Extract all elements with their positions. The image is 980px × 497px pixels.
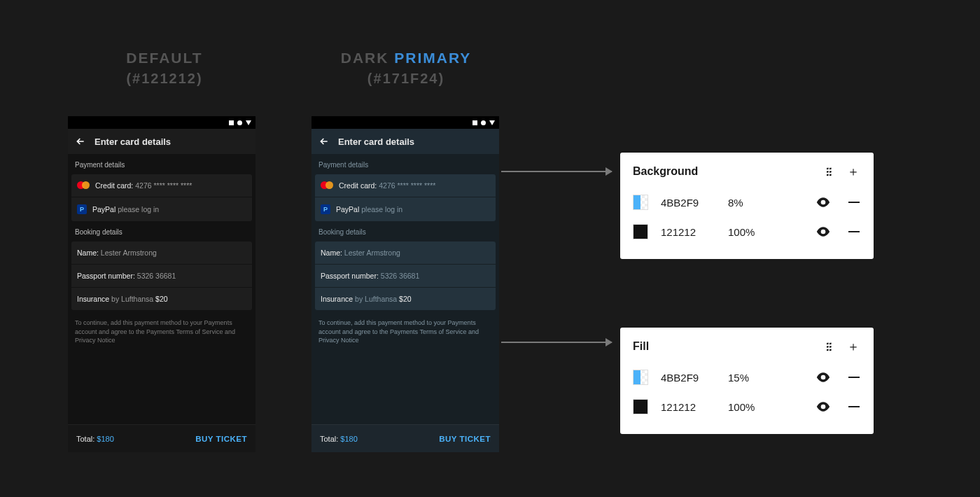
- credit-label: Credit card:: [339, 181, 377, 190]
- phone-mock-dark-primary: Enter card details Payment details Credi…: [312, 116, 499, 452]
- fill-hex[interactable]: 4BB2F9: [661, 372, 715, 384]
- payment-rows: Credit card: 4276 **** **** **** P PayPa…: [71, 174, 252, 221]
- booking-rows: Name: Lester Armstrong Passport number: …: [315, 241, 496, 310]
- arrow-to-background-panel: [501, 171, 612, 172]
- fill-row[interactable]: 121212 100%: [633, 392, 860, 421]
- name-label: Name:: [77, 248, 99, 257]
- insurance-label: Insurance: [77, 295, 109, 303]
- passport-row[interactable]: Passport number: 5326 36681: [71, 265, 252, 288]
- visibility-icon[interactable]: [816, 227, 830, 237]
- remove-fill-icon[interactable]: [848, 406, 860, 407]
- fill-opacity[interactable]: 100%: [728, 226, 763, 238]
- color-swatch[interactable]: [633, 399, 648, 414]
- fill-hex[interactable]: 121212: [661, 401, 715, 413]
- fill-hex[interactable]: 121212: [661, 226, 715, 238]
- heading-primary-word1: Dark: [341, 50, 395, 66]
- paypal-row[interactable]: P PayPal please log in: [315, 197, 496, 221]
- drag-grip-icon[interactable]: ፧፧: [826, 168, 832, 175]
- status-triangle-icon: [489, 120, 495, 125]
- total-label: Total:: [320, 435, 338, 443]
- insurance-by: by Lufthansa: [111, 295, 153, 303]
- insurance-row[interactable]: Insurance by Lufthansa $20: [315, 288, 496, 310]
- heading-primary: Dark Primary (#171F24): [312, 48, 500, 89]
- credit-masked: 4276 **** **** ****: [379, 181, 435, 190]
- payment-rows: Credit card: 4276 **** **** **** P PayPa…: [315, 174, 496, 221]
- name-row[interactable]: Name: Lester Armstrong: [71, 241, 252, 265]
- paypal-row[interactable]: P PayPal please log in: [71, 197, 252, 221]
- remove-fill-icon[interactable]: [848, 202, 860, 203]
- booking-section-title: Booking details: [312, 221, 499, 241]
- arrow-to-fill-panel: [501, 342, 612, 343]
- panel-title-fill: Fill: [633, 340, 649, 353]
- fill-opacity[interactable]: 8%: [728, 197, 763, 209]
- buy-ticket-button[interactable]: BUY TICKET: [195, 435, 247, 443]
- add-fill-icon[interactable]: ＋: [847, 340, 860, 353]
- total-value: $180: [340, 435, 357, 443]
- buy-ticket-button[interactable]: BUY TICKET: [439, 435, 491, 443]
- back-icon[interactable]: [318, 136, 330, 147]
- statusbar: [68, 116, 255, 129]
- insurance-by: by Lufthansa: [355, 295, 397, 303]
- fill-hex[interactable]: 4BB2F9: [661, 197, 715, 209]
- heading-primary-word2: Primary: [394, 50, 471, 66]
- credit-card-row[interactable]: Credit card: 4276 **** **** ****: [71, 174, 252, 197]
- fill-row[interactable]: 4BB2F9 8%: [633, 188, 860, 217]
- status-circle-icon: [237, 120, 242, 125]
- appbar: Enter card details: [68, 129, 255, 154]
- paypal-icon: P: [321, 204, 330, 214]
- total-label: Total:: [76, 435, 94, 443]
- add-fill-icon[interactable]: ＋: [847, 165, 860, 178]
- checkout-footer: Total: $180 BUY TICKET: [312, 424, 499, 452]
- name-label: Name:: [321, 248, 342, 257]
- checkout-footer: Total: $180 BUY TICKET: [68, 424, 255, 452]
- paypal-hint: please log in: [361, 205, 402, 214]
- heading-default-word: Default: [74, 48, 255, 69]
- insurance-row[interactable]: Insurance by Lufthansa $20: [71, 288, 252, 310]
- heading-default: Default (#121212): [74, 48, 255, 89]
- fineprint: To continue, add this payment method to …: [68, 310, 255, 354]
- status-square-icon: [472, 120, 477, 125]
- payment-section-title: Payment details: [312, 154, 499, 174]
- booking-section-title: Booking details: [68, 221, 255, 241]
- fineprint: To continue, add this payment method to …: [312, 310, 499, 354]
- phone-mock-default: Enter card details Payment details Credi…: [68, 116, 255, 452]
- total-value: $180: [97, 435, 113, 443]
- remove-fill-icon[interactable]: [848, 377, 860, 378]
- visibility-icon[interactable]: [816, 402, 830, 412]
- remove-fill-icon[interactable]: [848, 231, 860, 232]
- background-panel: Background ፧፧ ＋ 4BB2F9 8% 121212 100%: [620, 153, 874, 259]
- fill-opacity[interactable]: 100%: [728, 401, 763, 413]
- color-swatch[interactable]: [633, 370, 648, 385]
- passport-label: Passport number:: [77, 272, 135, 280]
- mastercard-icon: [321, 181, 333, 190]
- color-swatch[interactable]: [633, 224, 648, 239]
- heading-default-hex: (#121212): [74, 69, 255, 89]
- statusbar: [312, 116, 499, 129]
- insurance-price: $20: [155, 295, 168, 303]
- color-swatch[interactable]: [633, 195, 648, 210]
- status-square-icon: [229, 120, 234, 125]
- fill-row[interactable]: 4BB2F9 15%: [633, 363, 860, 392]
- fill-row[interactable]: 121212 100%: [633, 217, 860, 246]
- back-icon[interactable]: [75, 136, 86, 147]
- panel-title-background: Background: [633, 165, 698, 178]
- credit-card-row[interactable]: Credit card: 4276 **** **** ****: [315, 174, 496, 197]
- passport-row[interactable]: Passport number: 5326 36681: [315, 265, 496, 288]
- credit-masked: 4276 **** **** ****: [135, 181, 192, 190]
- appbar-title: Enter card details: [338, 136, 414, 147]
- paypal-icon: P: [77, 204, 87, 214]
- heading-primary-hex: (#171F24): [312, 69, 500, 89]
- booking-rows: Name: Lester Armstrong Passport number: …: [71, 241, 252, 310]
- visibility-icon[interactable]: [816, 372, 830, 382]
- passport-value: 5326 36681: [137, 272, 176, 280]
- appbar: Enter card details: [312, 129, 499, 154]
- drag-grip-icon[interactable]: ፧፧: [826, 343, 832, 350]
- passport-value: 5326 36681: [381, 272, 419, 280]
- name-row[interactable]: Name: Lester Armstrong: [315, 241, 496, 265]
- paypal-label: PayPal: [92, 205, 115, 214]
- fill-opacity[interactable]: 15%: [728, 372, 763, 384]
- appbar-title: Enter card details: [94, 136, 171, 147]
- payment-section-title: Payment details: [68, 154, 255, 174]
- paypal-hint: please log in: [118, 205, 159, 214]
- visibility-icon[interactable]: [816, 197, 830, 207]
